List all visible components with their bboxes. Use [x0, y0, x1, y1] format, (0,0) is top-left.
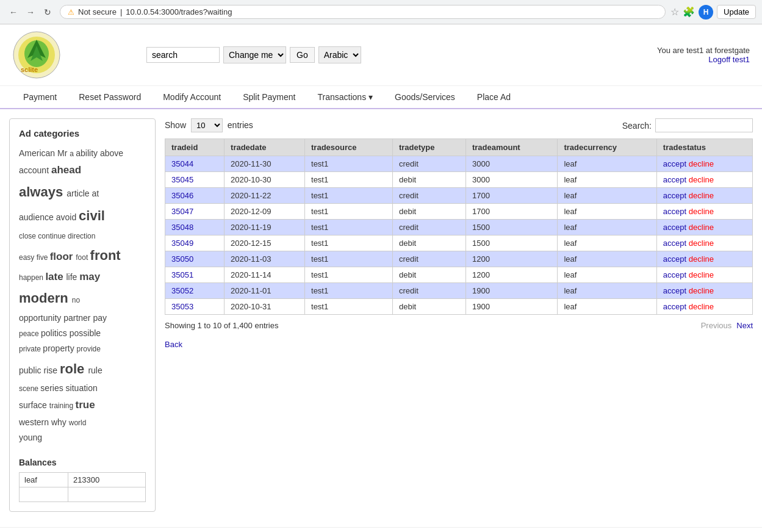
- decline-link[interactable]: decline: [689, 159, 714, 168]
- next-button[interactable]: Next: [736, 321, 753, 330]
- word-five[interactable]: five: [37, 253, 50, 262]
- word-series[interactable]: series: [40, 383, 65, 393]
- trade-id-link[interactable]: 35052: [171, 286, 193, 295]
- nav-place-ad[interactable]: Place Ad: [466, 86, 522, 108]
- word-true[interactable]: true: [76, 399, 95, 411]
- nav-payment[interactable]: Payment: [12, 86, 68, 108]
- word-ahead[interactable]: ahead: [51, 164, 81, 176]
- word-training[interactable]: training: [49, 401, 76, 410]
- nav-goods-services[interactable]: Goods/Services: [384, 86, 466, 108]
- accept-link[interactable]: accept: [663, 239, 686, 248]
- word-surface[interactable]: surface: [19, 400, 49, 410]
- word-above[interactable]: above: [100, 148, 123, 158]
- extensions-icon[interactable]: 🧩: [683, 6, 695, 18]
- word-may[interactable]: may: [79, 271, 100, 282]
- word-possible[interactable]: possible: [70, 328, 101, 338]
- word-young[interactable]: young: [19, 433, 42, 442]
- word-rule[interactable]: rule: [88, 365, 102, 375]
- accept-link[interactable]: accept: [663, 175, 686, 184]
- nav-modify-account[interactable]: Modify Account: [152, 86, 232, 108]
- word-scene[interactable]: scene: [19, 384, 40, 393]
- word-avoid[interactable]: avoid: [56, 212, 79, 222]
- decline-link[interactable]: decline: [689, 286, 714, 295]
- language-select[interactable]: Arabic: [318, 46, 361, 63]
- back-link[interactable]: Back: [165, 340, 182, 349]
- trade-id-link[interactable]: 35051: [171, 270, 193, 279]
- decline-link[interactable]: decline: [689, 223, 714, 232]
- decline-link[interactable]: decline: [689, 302, 714, 311]
- word-life[interactable]: life: [66, 272, 79, 282]
- forward-nav-button[interactable]: →: [23, 5, 38, 20]
- word-rise[interactable]: rise: [43, 365, 59, 375]
- entries-select[interactable]: 10 25 50 100: [191, 118, 223, 132]
- word-direction[interactable]: direction: [68, 232, 95, 240]
- word-american[interactable]: American: [19, 148, 57, 158]
- user-avatar[interactable]: H: [699, 5, 713, 20]
- word-opportunity[interactable]: opportunity: [19, 313, 63, 323]
- word-private[interactable]: private: [19, 345, 43, 353]
- accept-link[interactable]: accept: [663, 191, 686, 200]
- word-mr[interactable]: Mr: [57, 148, 70, 158]
- word-article[interactable]: article: [66, 189, 92, 198]
- trade-id-link[interactable]: 35053: [171, 302, 193, 311]
- trade-id-link[interactable]: 35044: [171, 159, 193, 168]
- nav-transactions[interactable]: Transactions ▾: [307, 86, 384, 108]
- word-why[interactable]: why: [51, 417, 69, 427]
- accept-link[interactable]: accept: [663, 302, 686, 311]
- bookmark-icon[interactable]: ☆: [670, 6, 679, 18]
- change-me-select[interactable]: Change me: [223, 46, 286, 63]
- word-audience[interactable]: audience: [19, 212, 56, 222]
- word-situation[interactable]: situation: [66, 383, 98, 393]
- update-button[interactable]: Update: [717, 5, 756, 19]
- accept-link[interactable]: accept: [663, 207, 686, 216]
- word-floor[interactable]: floor: [50, 251, 76, 262]
- word-close[interactable]: close: [19, 232, 38, 240]
- word-ability[interactable]: ability: [76, 148, 100, 158]
- word-foot[interactable]: foot: [76, 253, 90, 262]
- trade-id-link[interactable]: 35047: [171, 207, 193, 216]
- word-modern[interactable]: modern: [19, 290, 72, 306]
- accept-link[interactable]: accept: [663, 254, 686, 264]
- decline-link[interactable]: decline: [689, 207, 714, 216]
- back-nav-button[interactable]: ←: [6, 5, 21, 20]
- address-bar[interactable]: ⚠ Not secure | 10.0.0.54:3000/trades?wai…: [60, 5, 666, 19]
- accept-link[interactable]: accept: [663, 223, 686, 232]
- trade-id-link[interactable]: 35049: [171, 239, 193, 248]
- previous-button[interactable]: Previous: [701, 321, 732, 330]
- word-public[interactable]: public: [19, 365, 43, 375]
- word-civil[interactable]: civil: [79, 208, 105, 223]
- search-input[interactable]: [146, 47, 220, 63]
- logoff-link[interactable]: Logoff test1: [708, 55, 750, 64]
- word-pay[interactable]: pay: [93, 313, 107, 323]
- word-easy[interactable]: easy: [19, 253, 37, 262]
- decline-link[interactable]: decline: [689, 239, 714, 248]
- accept-link[interactable]: accept: [663, 270, 686, 279]
- word-no[interactable]: no: [72, 296, 80, 304]
- decline-link[interactable]: decline: [689, 254, 714, 264]
- word-a[interactable]: a: [70, 149, 76, 158]
- word-partner[interactable]: partner: [63, 313, 93, 323]
- nav-reset-password[interactable]: Reset Password: [68, 86, 152, 108]
- decline-link[interactable]: decline: [689, 191, 714, 200]
- word-late[interactable]: late: [45, 271, 66, 282]
- accept-link[interactable]: accept: [663, 286, 686, 295]
- word-front[interactable]: front: [90, 248, 121, 263]
- accept-link[interactable]: accept: [663, 159, 686, 168]
- word-politics[interactable]: politics: [41, 328, 70, 338]
- decline-link[interactable]: decline: [689, 270, 714, 279]
- trade-id-link[interactable]: 35050: [171, 254, 193, 264]
- nav-split-payment[interactable]: Split Payment: [232, 86, 306, 108]
- trade-id-link[interactable]: 35046: [171, 191, 193, 200]
- decline-link[interactable]: decline: [689, 175, 714, 184]
- browser-nav[interactable]: ← → ↻: [6, 5, 55, 20]
- word-continue[interactable]: continue: [38, 232, 68, 240]
- word-western[interactable]: western: [19, 417, 51, 427]
- word-peace[interactable]: peace: [19, 329, 41, 338]
- word-account[interactable]: account: [19, 165, 51, 175]
- word-world[interactable]: world: [69, 419, 87, 427]
- word-always[interactable]: always: [19, 184, 66, 200]
- trade-id-link[interactable]: 35045: [171, 175, 193, 184]
- trade-id-link[interactable]: 35048: [171, 223, 193, 232]
- word-role[interactable]: role: [60, 361, 88, 376]
- table-search-input[interactable]: [655, 118, 753, 132]
